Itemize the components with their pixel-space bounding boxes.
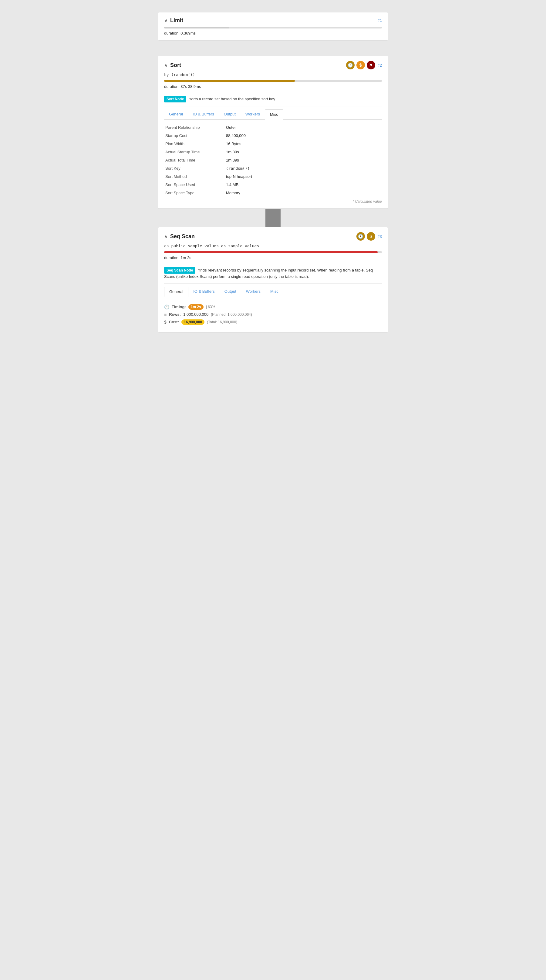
- sort-node-header: ∧ Sort 🕐 $ ⚑ #2: [164, 61, 382, 69]
- rows-icon: ≡: [164, 312, 166, 317]
- rows-value: 1,000,000,000: [183, 312, 208, 317]
- sort-subtitle-keyword: by: [164, 72, 169, 77]
- sort-description-text: sorts a record set based on the specifie…: [189, 97, 276, 101]
- sort-progress-fill: [164, 80, 295, 82]
- seq-scan-progress-fill: [164, 251, 378, 253]
- limit-title-left: ∨ Limit: [164, 17, 183, 24]
- seq-scan-clock-badge: 🕐: [356, 232, 365, 240]
- sort-tabs: General IO & Buffers Output Workers Misc: [164, 110, 382, 120]
- seq-scan-summary: 🕐 Timing: 1m 2s | 63% ≡ Rows: 1,000,000,…: [164, 301, 382, 325]
- timing-percent: | 63%: [206, 305, 215, 309]
- cost-icon: $: [164, 320, 166, 325]
- timing-icon: 🕐: [164, 305, 169, 309]
- sort-progress-bar: [164, 80, 382, 82]
- seq-scan-tabs: General IO & Buffers Output Workers Misc: [164, 287, 382, 297]
- sort-node-title: Sort: [170, 62, 181, 68]
- field-label: Sort Space Type: [164, 189, 225, 197]
- table-row: Sort Method top-N heapsort: [164, 172, 382, 181]
- calculated-note: * Calculated value: [164, 197, 382, 204]
- seq-scan-tab-misc[interactable]: Misc: [265, 287, 283, 297]
- sort-node-card: ∧ Sort 🕐 $ ⚑ #2 by (random()) duration: …: [158, 56, 388, 209]
- seq-scan-description-text: finds relevant records by sequentially s…: [164, 268, 373, 279]
- sort-desc-badge: Sort Node: [164, 96, 186, 102]
- field-label: Sort Space Used: [164, 181, 225, 189]
- sort-tab-general[interactable]: General: [164, 110, 188, 119]
- seq-scan-title: Seq Scan: [170, 233, 195, 240]
- seq-scan-node-card: ∧ Seq Scan 🕐 $ #3 on public.sample_value…: [158, 227, 388, 332]
- chevron-down-icon: ∨: [164, 18, 168, 23]
- limit-node-header: ∨ Limit #1: [164, 17, 382, 24]
- sort-chevron-icon: ∧: [164, 62, 168, 68]
- field-value: 1m 39s: [225, 156, 382, 164]
- seq-scan-desc-badge: Seq Scan Node: [164, 267, 195, 274]
- timing-row: 🕐 Timing: 1m 2s | 63%: [164, 304, 382, 310]
- field-value: top-N heapsort: [225, 172, 382, 181]
- limit-duration-label: duration:: [164, 31, 180, 35]
- sort-dollar-badge: $: [356, 61, 365, 69]
- sort-description-section: Sort Node sorts a record set based on th…: [164, 92, 382, 107]
- timing-label: Timing:: [172, 305, 186, 309]
- seq-scan-description-section: Seq Scan Node finds relevant records by …: [164, 263, 382, 284]
- limit-duration-value: 0.369ms: [180, 31, 196, 35]
- sort-duration-value: 37s 38.9ms: [180, 84, 201, 89]
- connector-1: [273, 41, 273, 56]
- field-label: Sort Key: [164, 164, 225, 172]
- rows-planned: (Planned: 1,000,000,064): [211, 312, 252, 317]
- seq-scan-tab-output[interactable]: Output: [220, 287, 241, 297]
- field-label: Sort Method: [164, 172, 225, 181]
- table-row: Plan Width 16 Bytes: [164, 140, 382, 148]
- sort-tab-misc[interactable]: Misc: [265, 110, 283, 120]
- seq-scan-tab-workers[interactable]: Workers: [241, 287, 265, 297]
- seq-scan-header: ∧ Seq Scan 🕐 $ #3: [164, 232, 382, 240]
- sort-key-mono: (random()): [226, 166, 250, 170]
- seq-scan-duration-label: duration:: [164, 255, 180, 260]
- field-value: 16 Bytes: [225, 140, 382, 148]
- seq-scan-chevron-icon: ∧: [164, 234, 168, 239]
- sort-clock-badge: 🕐: [346, 61, 354, 69]
- sort-info-table: Parent Relationship Outer Startup Cost 8…: [164, 123, 382, 197]
- sort-title-left: ∧ Sort: [164, 62, 181, 68]
- seq-scan-title-left: ∧ Seq Scan: [164, 233, 195, 240]
- table-row: Startup Cost 88,400,000: [164, 132, 382, 140]
- table-row: Actual Startup Time 1m 39s: [164, 148, 382, 156]
- seq-scan-subtitle: on public.sample_values as sample_values: [164, 243, 382, 248]
- field-value: 88,400,000: [225, 132, 382, 140]
- sort-duration-label: duration:: [164, 84, 180, 89]
- sort-flag-badge: ⚑: [367, 61, 375, 69]
- sort-subtitle: by (random()): [164, 72, 382, 77]
- sort-subtitle-value: (random()): [171, 72, 195, 77]
- sort-node-link[interactable]: #2: [378, 63, 382, 68]
- cost-label: Cost:: [169, 320, 179, 324]
- limit-node-link[interactable]: #1: [378, 18, 382, 23]
- field-value: (random()): [225, 164, 382, 172]
- table-row: Sort Space Type Memory: [164, 189, 382, 197]
- seq-scan-subtitle-value: public.sample_values as sample_values: [171, 243, 259, 248]
- limit-progress-fill: [164, 27, 229, 29]
- table-row: Sort Key (random()): [164, 164, 382, 172]
- seq-scan-subtitle-keyword: on: [164, 243, 169, 248]
- connector-2: [265, 209, 281, 227]
- field-label: Plan Width: [164, 140, 225, 148]
- seq-scan-tab-io[interactable]: IO & Buffers: [188, 287, 220, 297]
- seq-scan-node-link[interactable]: #3: [378, 234, 382, 239]
- field-value: 1m 39s: [225, 148, 382, 156]
- field-label: Startup Cost: [164, 132, 225, 140]
- cost-value-badge: 16,900,000: [181, 320, 204, 325]
- table-row: Sort Space Used 1.4 MB: [164, 181, 382, 189]
- field-value: Outer: [225, 123, 382, 132]
- field-label: Parent Relationship: [164, 123, 225, 132]
- seq-scan-duration: duration: 1m 2s: [164, 255, 382, 260]
- limit-duration: duration: 0.369ms: [164, 31, 382, 35]
- sort-duration: duration: 37s 38.9ms: [164, 84, 382, 89]
- timing-value-badge: 1m 2s: [188, 304, 204, 310]
- sort-tab-output[interactable]: Output: [219, 110, 241, 119]
- rows-label: Rows:: [169, 312, 181, 317]
- cost-total: (Total: 16,900,000): [207, 320, 237, 324]
- cost-row: $ Cost: 16,900,000 (Total: 16,900,000): [164, 320, 382, 325]
- seq-scan-tab-general[interactable]: General: [164, 287, 188, 297]
- sort-tab-workers[interactable]: Workers: [241, 110, 265, 119]
- sort-tab-io[interactable]: IO & Buffers: [188, 110, 219, 119]
- table-row: Parent Relationship Outer: [164, 123, 382, 132]
- flow-container: ∨ Limit #1 duration: 0.369ms ∧ Sort 🕐 $: [158, 12, 388, 332]
- limit-node-title: Limit: [170, 17, 183, 24]
